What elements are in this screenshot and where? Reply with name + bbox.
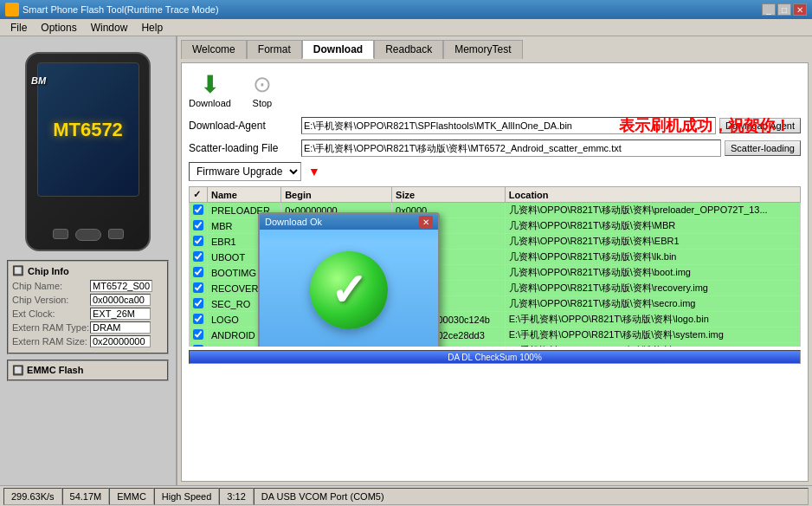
row-checkbox[interactable] [190,281,208,296]
window-controls: _ □ ✕ [762,3,807,16]
ram-size-row: Extern RAM Size: 0x20000000 [12,335,164,347]
dialog-titlebar: Download Ok ✕ [260,214,438,230]
phone-menu-btn [108,229,124,239]
row-checkbox[interactable] [190,296,208,312]
scatter-label: Scatter-loading File [189,142,301,154]
status-mode: High Speed [154,488,220,505]
col-location: Location [505,187,800,203]
col-check: ✓ [190,187,208,203]
scatter-input[interactable] [301,139,721,157]
tab-welcome[interactable]: Welcome [181,40,247,59]
row-checkbox[interactable] [190,218,208,234]
stop-button[interactable]: ⊙ Stop [248,70,276,108]
status-speed: 299.63K/s [3,488,62,505]
chip-name-row: Chip Name: MT6572_S00 [12,280,164,292]
phone-back-btn [53,229,68,239]
row-location: E:\手机资料\OPPO\R821T\移动版\资料\cache.img [505,343,800,347]
ext-clock-label: Ext Clock: [12,308,90,319]
row-location: 几资料\OPPO\R821T\移动版\资料\lk.bin [505,250,800,265]
chip-info-panel: 🔲 Chip Info Chip Name: MT6572_S00 Chip V… [7,260,169,354]
tab-bar: Welcome Format Download Readback MemoryT… [181,40,809,59]
firmware-row: Firmware Upgrade ▼ [189,162,801,181]
tab-download[interactable]: Download [302,40,374,59]
row-checkbox[interactable] [190,203,208,218]
titlebar: Smart Phone Flash Tool(Runtime Trace Mod… [0,0,812,19]
progress-fill: DA DL CheckSum 100% [190,351,800,363]
annotation-text: 表示刷机成功，祝贺你！ [619,115,790,136]
scatter-row: Scatter-loading File Scatter-loading [189,139,801,157]
dialog-close-button[interactable]: ✕ [419,216,433,228]
ram-type-label: Extern RAM Type: [12,322,90,333]
download-label: Download [189,98,231,108]
download-icon: ⬇ [196,70,223,98]
ext-clock-value: EXT_26M [90,308,151,320]
main-layout: BM MT6572 🔲 Chip Info Chip Name: MT6572_… [0,36,812,485]
row-checkbox[interactable] [190,265,208,281]
scatter-button[interactable]: Scatter-loading [725,140,801,156]
toolbar: ⬇ Download ⊙ Stop [189,70,801,108]
success-circle: ✓ [310,251,388,329]
col-name: Name [208,187,281,203]
agent-label: Download-Agent [189,120,301,132]
row-location: 几资料\OPPO\R821T\移动版\资料\secro.img [505,296,800,312]
ext-clock-row: Ext Clock: EXT_26M [12,308,164,320]
file-table-container[interactable]: ✓ Name Begin Size Location PRELOADER 0x0… [189,186,801,347]
tab-content-download: 表示刷机成功，祝贺你！ ⬇ Download ⊙ Stop D [181,62,809,482]
app-title: Smart Phone Flash Tool(Runtime Trace Mod… [23,4,762,15]
tab-readback[interactable]: Readback [374,40,443,59]
progress-area: DA DL CheckSum 100% [189,350,801,364]
download-button[interactable]: ⬇ Download [189,70,231,108]
close-button[interactable]: ✕ [793,3,807,16]
maximize-button[interactable]: □ [777,3,791,16]
dialog-body: ✓ [260,230,438,347]
row-checkbox[interactable] [190,250,208,265]
stop-icon: ⊙ [248,70,276,98]
row-location: 几资料\OPPO\R821T\移动版\资料\preloader_OPPO72T_… [505,203,800,218]
chip-version-row: Chip Version: 0x0000ca00 [12,294,164,306]
ram-type-value: DRAM [90,321,151,334]
col-begin: Begin [281,187,392,203]
download-ok-dialog: Download Ok ✕ ✓ [258,212,440,347]
minimize-button[interactable]: _ [762,3,776,16]
chip-version-value: 0x0000ca00 [90,294,151,306]
phone-model-label: MT6572 [53,119,123,141]
tab-memorytest[interactable]: MemoryTest [443,40,522,59]
tab-format[interactable]: Format [247,40,302,59]
ram-size-value: 0x20000000 [90,335,151,347]
phone-graphic: BM MT6572 [25,52,151,251]
firmware-select[interactable]: Firmware Upgrade [189,162,301,181]
col-size: Size [392,187,506,203]
menu-options[interactable]: Options [34,20,83,36]
status-storage: EMMC [109,488,154,505]
stop-label: Stop [253,98,273,108]
chip-name-value: MT6572_S00 [90,280,152,292]
chip-name-label: Chip Name: [12,281,90,291]
menubar: File Options Window Help [0,19,812,36]
left-panel: BM MT6572 🔲 Chip Info Chip Name: MT6572_… [0,36,177,485]
checkmark-icon: ✓ [330,264,368,316]
row-checkbox[interactable] [190,343,208,347]
dialog-title: Download Ok [265,217,322,227]
emmc-section: 🔲 EMMC Flash [7,360,169,381]
status-size: 54.17M [62,488,110,505]
row-location: E:\手机资料\OPPO\R821T\移动版\资料\logo.bin [505,312,800,328]
dropdown-arrow-icon: ▼ [308,165,320,178]
progress-bar: DA DL CheckSum 100% [189,350,801,364]
menu-window[interactable]: Window [84,20,135,36]
menu-help[interactable]: Help [134,20,170,36]
phone-home-btn [75,229,101,241]
phone-screen: MT6572 [37,62,139,197]
row-location: 几资料\OPPO\R821T\移动版\资料\boot.img [505,265,800,281]
status-port: DA USB VCOM Port (COM5) [254,488,809,505]
phone-buttons [53,229,124,241]
statusbar: 299.63K/s 54.17M EMMC High Speed 3:12 DA… [0,485,812,506]
row-location: 几资料\OPPO\R821T\移动版\资料\EBR1 [505,234,800,250]
chip-version-label: Chip Version: [12,295,90,305]
row-checkbox[interactable] [190,234,208,250]
menu-file[interactable]: File [3,20,34,36]
row-checkbox[interactable] [190,312,208,328]
ram-type-row: Extern RAM Type: DRAM [12,321,164,334]
row-checkbox[interactable] [190,328,208,343]
app-icon [5,3,19,16]
progress-label: DA DL CheckSum 100% [448,353,542,362]
